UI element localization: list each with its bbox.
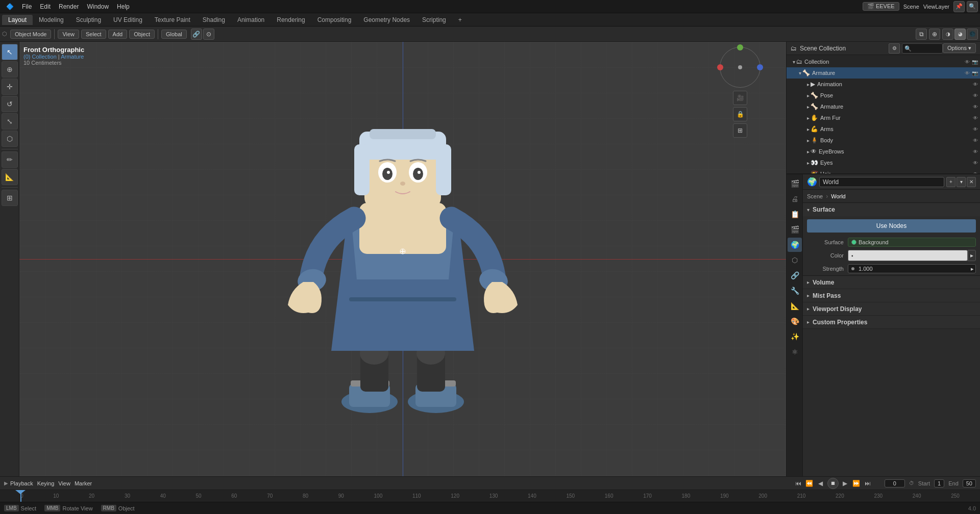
viewport-display-section-header[interactable]: ▸ Viewport Display	[803, 302, 980, 316]
mode-dropdown[interactable]: Object Mode	[10, 30, 51, 39]
clock-icon[interactable]: ⏱	[909, 480, 914, 486]
prop-data-icon[interactable]: 📐	[788, 299, 802, 313]
pose-eye-btn[interactable]: 👁	[973, 93, 978, 98]
file-menu[interactable]: File	[18, 2, 36, 11]
expand-collection[interactable]: ▾	[793, 59, 795, 65]
body-eye-btn[interactable]: 👁	[973, 138, 978, 143]
options-btn[interactable]: Options ▾	[943, 43, 976, 53]
arm-render-btn[interactable]: 📷	[972, 70, 978, 76]
outliner-item-eyes[interactable]: ▸ 👀 Eyes 👁	[787, 157, 980, 168]
outliner-item-armature[interactable]: ▾ 🦴 Armature 👁 📷	[787, 67, 980, 79]
color-value[interactable]: ▪	[848, 250, 968, 261]
gizmo-btn[interactable]: ⊕	[929, 29, 940, 40]
eyes-eye-btn[interactable]: 👁	[973, 160, 978, 166]
mist-pass-section-header[interactable]: ▸ Mist Pass	[803, 289, 980, 302]
surface-value[interactable]: Background	[848, 238, 976, 247]
grid-view-btn[interactable]: ⊞	[733, 123, 747, 138]
shading-material-btn[interactable]: ◕	[954, 29, 966, 40]
world-browse-btn[interactable]: ▾	[957, 177, 966, 187]
armfur-eye-btn[interactable]: 👁	[973, 115, 978, 121]
prop-modifiers-icon[interactable]: 🔧	[788, 284, 802, 298]
timeline-ruler[interactable]: 0 10 20 30 40 50 60 70 80 90 100 110 120…	[0, 490, 980, 502]
surface-section-header[interactable]: ▾ Surface	[803, 203, 980, 216]
pin-btn[interactable]: 📌	[953, 1, 965, 12]
prop-viewlayer-icon[interactable]: 📋	[788, 207, 802, 221]
tab-sculpting[interactable]: Sculpting	[70, 15, 107, 25]
outliner-search-input[interactable]	[902, 43, 943, 54]
gizmo-x-axis[interactable]	[717, 64, 723, 70]
color-picker-btn[interactable]: ▸	[968, 250, 976, 261]
vis-eye-btn[interactable]: 👁	[965, 59, 970, 65]
outliner-item-arms[interactable]: ▸ 💪 Arms 👁	[787, 123, 980, 135]
custom-properties-section-header[interactable]: ▸ Custom Properties	[803, 316, 980, 329]
expand-armature[interactable]: ▾	[799, 70, 801, 76]
outliner-item-body[interactable]: ▸ 🧍 Body 👁	[787, 135, 980, 146]
end-frame-input[interactable]: 50	[963, 479, 976, 487]
engine-select[interactable]: 🎬 EEVEE	[863, 2, 899, 11]
tab-shading[interactable]: Shading	[197, 15, 231, 25]
select-tool-btn[interactable]: ↖	[2, 44, 18, 60]
tab-geometry-nodes[interactable]: Geometry Nodes	[357, 15, 416, 25]
proportional-btn[interactable]: ⊙	[203, 29, 214, 40]
prev-frame-btn[interactable]: ◀	[816, 479, 825, 488]
shading-render-btn[interactable]: 🌑	[967, 29, 978, 40]
prop-output-icon[interactable]: 🖨	[788, 192, 802, 206]
volume-section-header[interactable]: ▸ Volume	[803, 276, 980, 289]
shading-solid-btn[interactable]: ◑	[942, 29, 953, 40]
strength-arrow-btn[interactable]: ▸	[969, 265, 975, 273]
marker-label[interactable]: Marker	[75, 480, 92, 486]
annotate-tool-btn[interactable]: ✏	[2, 151, 18, 168]
outliner-item-hair[interactable]: ▸ 💇 Hair 👁	[787, 168, 980, 174]
outliner-item-collection[interactable]: ▾ 🗂 Collection 👁 📷	[787, 56, 980, 67]
next-frame-btn[interactable]: ▶	[841, 479, 850, 488]
object-menu[interactable]: Object	[129, 30, 155, 39]
move-tool-btn[interactable]: ✛	[2, 79, 18, 95]
breadcrumb-world[interactable]: World	[831, 193, 846, 199]
prev-keyframe-btn[interactable]: ⏪	[805, 479, 814, 488]
window-menu[interactable]: Window	[83, 2, 113, 11]
tab-layout[interactable]: Layout	[2, 15, 33, 25]
keying-label[interactable]: Keying	[37, 480, 55, 486]
tab-texture-paint[interactable]: Texture Paint	[149, 15, 197, 25]
prop-material-icon[interactable]: 🎨	[788, 314, 802, 328]
jump-end-btn[interactable]: ⏭	[863, 479, 872, 488]
lock-camera-btn[interactable]: 🔒	[733, 107, 747, 121]
overlay-btn[interactable]: ⧉	[916, 29, 927, 40]
gizmo-circle[interactable]	[720, 47, 761, 88]
prop-render-icon[interactable]: 🎬	[788, 176, 802, 191]
current-frame-input[interactable]: 0	[885, 479, 905, 487]
transform-space[interactable]: Global	[161, 30, 187, 39]
outliner-filter-btn[interactable]: ⚙	[889, 43, 900, 54]
outliner-item-pose[interactable]: ▸ 🦴 Pose 👁	[787, 90, 980, 101]
viewport-3d[interactable]: Front Orthographic (0) Collection | Arma…	[19, 42, 786, 476]
search-header-btn[interactable]: 🔍	[967, 1, 978, 12]
arm2-eye-btn[interactable]: 👁	[973, 104, 978, 110]
select-menu[interactable]: Select	[81, 30, 106, 39]
outliner-item-armature2[interactable]: ▸ 🦴 Armature 👁	[787, 101, 980, 112]
world-new-btn[interactable]: +	[946, 177, 955, 187]
outliner-item-eyebrows[interactable]: ▸ 👁 EyeBrows 👁	[787, 146, 980, 157]
outliner-item-armfur[interactable]: ▸ ✋ Arm Fur 👁	[787, 112, 980, 123]
playback-label[interactable]: Playback	[10, 480, 33, 486]
world-unlink-btn[interactable]: ✕	[967, 177, 976, 187]
help-menu[interactable]: Help	[113, 2, 134, 11]
prop-scene-icon[interactable]: 🎬	[788, 222, 802, 237]
tab-modeling[interactable]: Modeling	[33, 15, 70, 25]
jump-start-btn[interactable]: ⏮	[794, 479, 803, 488]
add-menu[interactable]: Add	[108, 30, 128, 39]
tab-add[interactable]: +	[452, 15, 468, 25]
tab-scripting[interactable]: Scripting	[416, 15, 452, 25]
outliner-item-animation[interactable]: ▸ ▶ Animation 👁	[787, 79, 980, 90]
eyebrows-eye-btn[interactable]: 👁	[973, 149, 978, 155]
edit-menu[interactable]: Edit	[36, 2, 55, 11]
scale-tool-btn[interactable]: ⤡	[2, 113, 18, 130]
tab-rendering[interactable]: Rendering	[271, 15, 311, 25]
next-keyframe-btn[interactable]: ⏩	[852, 479, 861, 488]
use-nodes-button[interactable]: Use Nodes	[807, 219, 976, 233]
snap-btn[interactable]: 🔗	[191, 29, 202, 40]
gizmo-z-axis[interactable]	[757, 64, 763, 70]
prop-constraints-icon[interactable]: 🔗	[788, 268, 802, 282]
vis-render-btn[interactable]: 📷	[972, 59, 978, 65]
add-cube-btn[interactable]: ⊞	[2, 190, 18, 206]
prop-particles-icon[interactable]: ✨	[788, 329, 802, 344]
